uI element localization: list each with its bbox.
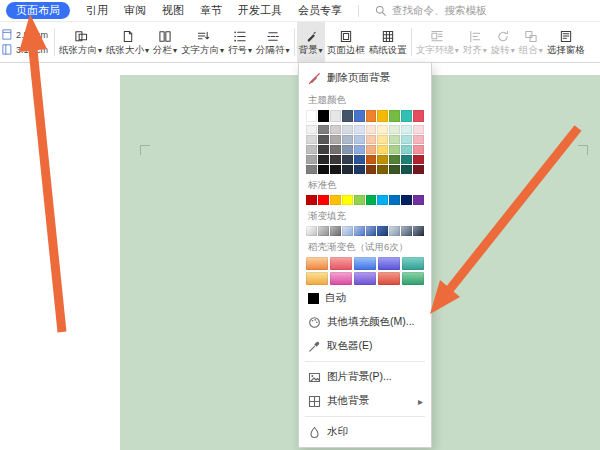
background-button[interactable]: 背景: [297, 22, 325, 62]
group-button[interactable]: 组合: [517, 22, 545, 62]
margin-top-field[interactable]: 2.54 cm: [2, 29, 48, 40]
color-swatch[interactable]: [354, 145, 365, 154]
color-swatch[interactable]: [402, 257, 424, 270]
color-swatch[interactable]: [377, 145, 388, 154]
menu-item-delete-page-background[interactable]: 删除页面背景: [299, 66, 431, 90]
color-swatch[interactable]: [366, 125, 377, 134]
color-swatch[interactable]: [306, 165, 317, 174]
color-swatch[interactable]: [342, 226, 353, 236]
tab-references[interactable]: 引用: [86, 3, 108, 18]
color-swatch[interactable]: [342, 155, 353, 164]
color-swatch[interactable]: [378, 272, 400, 285]
line-number-button[interactable]: 行号: [226, 22, 254, 62]
tab-review[interactable]: 审阅: [124, 3, 146, 18]
color-swatch[interactable]: [342, 135, 353, 144]
color-swatch[interactable]: [354, 195, 365, 205]
color-swatch[interactable]: [401, 110, 412, 122]
text-wrap-button[interactable]: 文字环绕: [414, 22, 461, 62]
color-swatch[interactable]: [330, 125, 341, 134]
color-swatch[interactable]: [318, 110, 329, 122]
color-swatch[interactable]: [330, 257, 352, 270]
color-swatch[interactable]: [318, 155, 329, 164]
color-swatch[interactable]: [354, 226, 365, 236]
color-swatch[interactable]: [389, 135, 400, 144]
page-border-button[interactable]: 页面边框: [325, 22, 367, 62]
color-swatch[interactable]: [330, 110, 341, 122]
color-swatch[interactable]: [342, 125, 353, 134]
color-swatch[interactable]: [306, 226, 317, 236]
color-swatch[interactable]: [401, 125, 412, 134]
separator-button[interactable]: 分隔符: [254, 22, 292, 62]
color-swatch[interactable]: [401, 195, 412, 205]
color-swatch[interactable]: [330, 226, 341, 236]
color-swatch[interactable]: [377, 165, 388, 174]
color-swatch[interactable]: [354, 125, 365, 134]
color-swatch[interactable]: [378, 257, 400, 270]
color-swatch[interactable]: [366, 110, 377, 122]
color-swatch[interactable]: [401, 145, 412, 154]
color-swatch[interactable]: [413, 135, 424, 144]
color-swatch[interactable]: [330, 165, 341, 174]
color-swatch[interactable]: [342, 195, 353, 205]
color-swatch[interactable]: [354, 110, 365, 122]
paper-grid-button[interactable]: 稿纸设置: [367, 22, 409, 62]
color-swatch[interactable]: [318, 226, 329, 236]
color-swatch[interactable]: [354, 135, 365, 144]
color-swatch[interactable]: [377, 195, 388, 205]
color-swatch[interactable]: [377, 125, 388, 134]
color-swatch[interactable]: [413, 110, 424, 122]
color-swatch[interactable]: [318, 135, 329, 144]
color-swatch[interactable]: [306, 135, 317, 144]
color-swatch[interactable]: [330, 155, 341, 164]
color-swatch[interactable]: [413, 165, 424, 174]
color-swatch[interactable]: [330, 272, 352, 285]
color-swatch[interactable]: [401, 165, 412, 174]
color-swatch[interactable]: [318, 195, 329, 205]
color-swatch[interactable]: [377, 110, 388, 122]
color-swatch[interactable]: [413, 145, 424, 154]
color-swatch[interactable]: [354, 272, 376, 285]
color-swatch[interactable]: [342, 165, 353, 174]
color-swatch[interactable]: [413, 226, 424, 236]
color-swatch[interactable]: [402, 272, 424, 285]
rotate-button[interactable]: 旋转: [489, 22, 517, 62]
color-swatch[interactable]: [306, 110, 317, 122]
color-swatch[interactable]: [354, 165, 365, 174]
color-swatch[interactable]: [389, 110, 400, 122]
color-swatch[interactable]: [389, 145, 400, 154]
color-swatch[interactable]: [377, 226, 388, 236]
menu-item-color-picker[interactable]: 取色器(E): [299, 334, 431, 358]
color-swatch[interactable]: [318, 125, 329, 134]
color-swatch[interactable]: [366, 155, 377, 164]
margin-left-field[interactable]: 3.18 cm: [2, 44, 48, 55]
menu-item-watermark[interactable]: 水印: [299, 420, 431, 444]
color-swatch[interactable]: [401, 155, 412, 164]
color-swatch[interactable]: [366, 165, 377, 174]
color-swatch[interactable]: [306, 272, 328, 285]
color-swatch[interactable]: [377, 155, 388, 164]
color-swatch[interactable]: [389, 226, 400, 236]
menu-item-automatic[interactable]: 自动: [299, 286, 431, 310]
menu-item-picture-background[interactable]: 图片背景(P)...: [299, 365, 431, 389]
color-swatch[interactable]: [306, 257, 328, 270]
color-swatch[interactable]: [354, 257, 376, 270]
color-swatch[interactable]: [389, 165, 400, 174]
color-swatch[interactable]: [306, 125, 317, 134]
color-swatch[interactable]: [330, 135, 341, 144]
color-swatch[interactable]: [330, 195, 341, 205]
color-swatch[interactable]: [330, 145, 341, 154]
paper-orientation-button[interactable]: 纸张方向: [57, 22, 104, 62]
align-button[interactable]: 对齐: [461, 22, 489, 62]
command-search[interactable]: 查找命令、搜索模板: [375, 4, 487, 18]
columns-button[interactable]: 分栏: [151, 22, 179, 62]
text-direction-button[interactable]: 文字方向: [179, 22, 226, 62]
paper-size-button[interactable]: 纸张大小: [104, 22, 151, 62]
color-swatch[interactable]: [366, 195, 377, 205]
color-swatch[interactable]: [306, 195, 317, 205]
color-swatch[interactable]: [366, 226, 377, 236]
color-swatch[interactable]: [389, 155, 400, 164]
tab-member[interactable]: 会员专享: [298, 3, 342, 18]
color-swatch[interactable]: [413, 195, 424, 205]
menu-item-other-backgrounds[interactable]: 其他背景: [299, 389, 431, 413]
color-swatch[interactable]: [306, 145, 317, 154]
